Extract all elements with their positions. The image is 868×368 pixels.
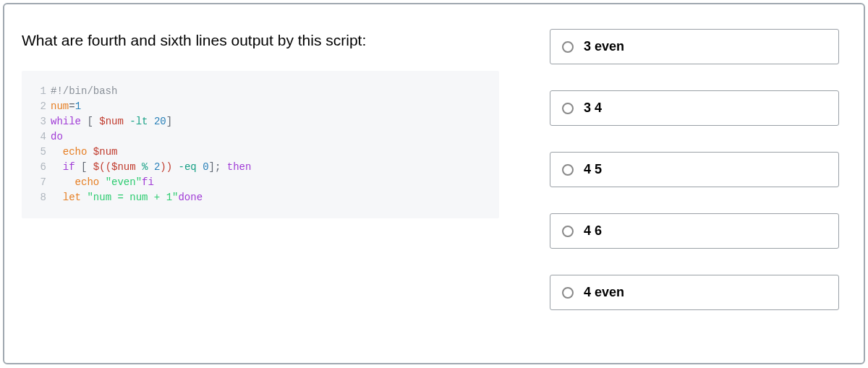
answer-option[interactable]: 4 5 [550,152,839,187]
question-panel: What are fourth and sixth lines output b… [22,19,499,337]
line-number: 1 [36,84,46,99]
line-number: 8 [36,190,46,205]
answer-option[interactable]: 3 even [550,29,839,64]
line-number: 6 [36,160,46,175]
line-number: 7 [36,175,46,190]
code-line: 4do [36,129,485,145]
option-label: 3 4 [584,100,602,116]
radio-icon [562,41,574,53]
quiz-container: What are fourth and sixth lines output b… [3,3,865,364]
code-line: 6 if [ $(($num % 2)) -eq 0]; then [36,160,485,175]
option-label: 4 6 [584,223,602,239]
options-panel: 3 even3 44 54 64 even [550,19,839,337]
question-text: What are fourth and sixth lines output b… [22,32,499,49]
code-line: 5 echo $num [36,145,485,160]
code-block: 1#!/bin/bash2num=13while [ $num -lt 20]4… [22,71,499,218]
code-line: 1#!/bin/bash [36,84,485,99]
option-label: 3 even [584,39,624,54]
option-label: 4 5 [584,162,602,177]
code-line: 8 let "num = num + 1"done [36,190,485,205]
line-number: 4 [36,129,46,145]
option-label: 4 even [584,285,624,300]
code-line: 2num=1 [36,99,485,114]
code-line: 3while [ $num -lt 20] [36,114,485,129]
line-number: 3 [36,114,46,129]
radio-icon [562,226,574,237]
line-number: 5 [36,145,46,160]
code-line: 7 echo "even"fi [36,175,485,190]
radio-icon [562,164,574,176]
answer-option[interactable]: 4 6 [550,213,839,249]
radio-icon [562,287,574,299]
answer-option[interactable]: 4 even [550,275,839,310]
line-number: 2 [36,99,46,114]
answer-option[interactable]: 3 4 [550,90,839,126]
radio-icon [562,103,574,114]
